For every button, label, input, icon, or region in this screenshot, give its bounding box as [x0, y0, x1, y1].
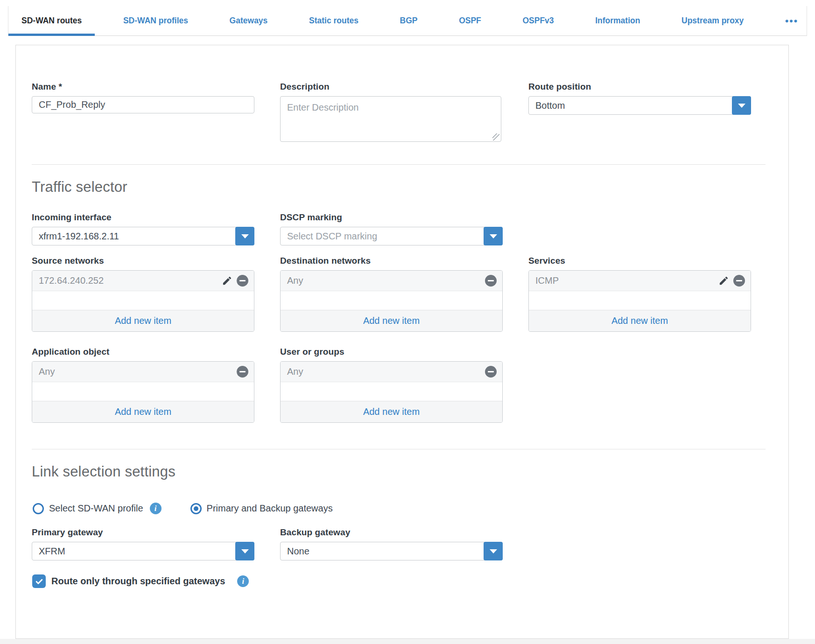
- route-only-checkbox[interactable]: [32, 574, 46, 588]
- list-item-text: ICMP: [535, 275, 718, 286]
- user-or-groups-list: Any Add new item: [280, 361, 503, 423]
- tab-ospfv3[interactable]: OSPFv3: [509, 6, 567, 35]
- remove-minus-icon[interactable]: [237, 275, 248, 287]
- traffic-selector-heading: Traffic selector: [32, 179, 773, 196]
- incoming-interface-value: xfrm1-192.168.2.11: [39, 231, 119, 242]
- add-new-item-button[interactable]: Add new item: [281, 310, 502, 331]
- services-list: ICMP Add new item: [528, 270, 751, 332]
- primary-gateway-label: Primary gateway: [32, 527, 254, 538]
- primary-gateway-dropdown[interactable]: XFRM: [32, 542, 254, 560]
- list-item-text: Any: [39, 366, 237, 377]
- route-position-value: Bottom: [535, 100, 565, 111]
- description-textarea[interactable]: [280, 96, 501, 142]
- incoming-interface-dropdown[interactable]: xfrm1-192.168.2.11: [32, 227, 254, 245]
- source-networks-label: Source networks: [32, 256, 254, 266]
- dscp-marking-placeholder: Select DSCP marking: [287, 231, 377, 242]
- list-item-text: 172.64.240.252: [39, 275, 222, 286]
- route-position-label: Route position: [528, 82, 751, 92]
- list-item: ICMP: [529, 271, 751, 291]
- tab-label: BGP: [400, 16, 418, 26]
- destination-networks-label: Destination networks: [280, 256, 503, 266]
- route-only-row: Route only through specified gateways i: [32, 574, 773, 588]
- dscp-marking-field: DSCP marking Select DSCP marking: [280, 212, 503, 245]
- tab-label: SD-WAN profiles: [123, 16, 188, 26]
- link-selection-radio-group: Select SD-WAN profile i Primary and Back…: [33, 503, 773, 514]
- radio-label-sdwan-profile: Select SD-WAN profile: [49, 503, 143, 514]
- incoming-interface-field: Incoming interface xfrm1-192.168.2.11: [32, 212, 254, 245]
- tab-upstream-proxy[interactable]: Upstream proxy: [668, 6, 757, 35]
- tab-label: OSPF: [459, 16, 481, 26]
- list-item-text: Any: [287, 275, 485, 286]
- backup-gateway-value: None: [287, 546, 309, 557]
- primary-gateway-field: Primary gateway XFRM: [32, 527, 254, 560]
- list-item: Any: [281, 271, 502, 291]
- incoming-interface-label: Incoming interface: [32, 212, 254, 223]
- info-icon[interactable]: i: [150, 503, 162, 514]
- destination-networks-field: Destination networks Any Add new item: [280, 256, 503, 332]
- tab-sdwan-profiles[interactable]: SD-WAN profiles: [110, 6, 201, 35]
- user-or-groups-label: User or groups: [280, 347, 503, 357]
- tab-ospf[interactable]: OSPF: [446, 6, 494, 35]
- application-object-field: Application object Any Add new item: [32, 347, 254, 423]
- radio-select-sdwan-profile[interactable]: [33, 503, 44, 514]
- resize-handle-icon[interactable]: [492, 133, 499, 140]
- description-label: Description: [280, 82, 503, 92]
- route-position-dropdown[interactable]: Bottom: [528, 96, 751, 115]
- chevron-down-icon[interactable]: [235, 542, 254, 560]
- tab-label: Upstream proxy: [682, 16, 744, 26]
- add-new-item-button[interactable]: Add new item: [32, 310, 254, 331]
- add-new-item-button[interactable]: Add new item: [281, 401, 502, 422]
- edit-pencil-icon[interactable]: [718, 275, 729, 286]
- list-item-text: Any: [287, 366, 485, 377]
- page-bottom-strip: [0, 639, 815, 644]
- tab-sdwan-routes[interactable]: SD-WAN routes: [8, 6, 95, 35]
- dscp-marking-label: DSCP marking: [280, 212, 503, 223]
- list-item: Any: [32, 362, 254, 382]
- source-networks-field: Source networks 172.64.240.252 Add new i…: [32, 256, 254, 332]
- chevron-down-icon[interactable]: [732, 96, 751, 115]
- tab-label: Information: [595, 16, 640, 26]
- tab-label: Gateways: [230, 16, 268, 26]
- name-label: Name *: [32, 82, 254, 92]
- list-item: Any: [281, 362, 502, 382]
- route-only-label: Route only through specified gateways: [51, 576, 225, 587]
- remove-minus-icon[interactable]: [485, 275, 497, 287]
- backup-gateway-dropdown[interactable]: None: [280, 542, 503, 560]
- info-icon[interactable]: i: [237, 575, 249, 587]
- chevron-down-icon[interactable]: [235, 227, 254, 245]
- tab-bar: SD-WAN routes SD-WAN profiles Gateways S…: [8, 6, 807, 36]
- add-new-item-button[interactable]: Add new item: [529, 310, 751, 331]
- link-selection-heading: Link selection settings: [32, 463, 773, 480]
- destination-networks-list: Any Add new item: [280, 270, 503, 332]
- tab-static-routes[interactable]: Static routes: [296, 6, 372, 35]
- list-item: 172.64.240.252: [32, 271, 254, 291]
- chevron-down-icon[interactable]: [484, 227, 503, 245]
- chevron-down-icon[interactable]: [484, 542, 503, 560]
- tab-information[interactable]: Information: [582, 6, 653, 35]
- primary-gateway-value: XFRM: [39, 546, 65, 557]
- radio-primary-backup-gateways[interactable]: [190, 503, 202, 514]
- services-label: Services: [528, 256, 751, 266]
- section-divider: [32, 164, 766, 165]
- remove-minus-icon[interactable]: [733, 275, 745, 287]
- tab-bgp[interactable]: BGP: [387, 6, 431, 35]
- tab-label: OSPFv3: [522, 16, 554, 26]
- application-object-label: Application object: [32, 347, 254, 357]
- add-new-item-button[interactable]: Add new item: [32, 401, 254, 422]
- remove-minus-icon[interactable]: [485, 366, 497, 378]
- remove-minus-icon[interactable]: [237, 366, 248, 378]
- application-object-list: Any Add new item: [32, 361, 254, 423]
- section-divider: [32, 449, 766, 449]
- backup-gateway-field: Backup gateway None: [280, 527, 503, 560]
- tab-more-ellipsis[interactable]: •••: [772, 6, 807, 35]
- edit-pencil-icon[interactable]: [222, 275, 232, 286]
- radio-label-primary-backup: Primary and Backup gateways: [207, 503, 333, 514]
- more-tabs-icon: •••: [785, 15, 798, 27]
- tab-label: Static routes: [309, 16, 358, 26]
- dscp-marking-dropdown[interactable]: Select DSCP marking: [280, 227, 503, 245]
- tab-gateways[interactable]: Gateways: [217, 6, 281, 35]
- tab-label: SD-WAN routes: [21, 16, 82, 26]
- name-field: Name *: [32, 82, 254, 144]
- name-input[interactable]: [32, 96, 254, 113]
- source-networks-list: 172.64.240.252 Add new item: [32, 270, 254, 332]
